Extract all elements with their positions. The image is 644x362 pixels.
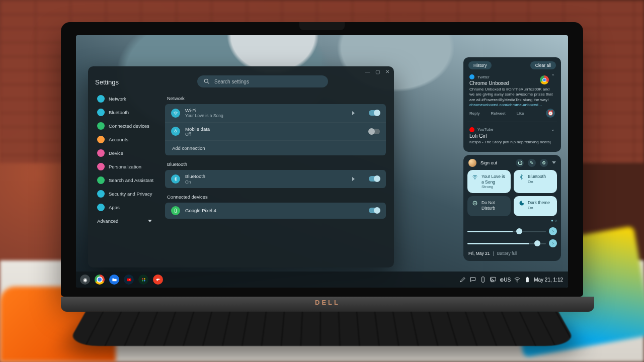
bluetooth-row-icon — [171, 174, 180, 184]
svg-rect-15 — [526, 278, 529, 282]
brightness-expand-icon[interactable]: › — [549, 227, 557, 235]
sidebar-advanced[interactable]: Advanced — [95, 214, 161, 224]
pixel-toggle[interactable] — [369, 208, 380, 213]
sidebar-item-label: Connected devices — [109, 123, 149, 129]
svg-line-1 — [208, 82, 209, 84]
app4-icon[interactable] — [138, 275, 148, 285]
bt-title: Bluetooth — [185, 173, 347, 179]
wifi-icon — [472, 174, 478, 180]
sidebar-item-connected-devices[interactable]: Connected devices — [95, 119, 161, 133]
moon-icon — [518, 200, 524, 206]
stadia-app-icon[interactable] — [153, 275, 163, 285]
window-close-button[interactable]: ✕ — [385, 69, 390, 74]
row-wifi[interactable]: Wi-Fi Your Love is a Song — [165, 104, 386, 123]
laptop: — ▢ ✕ Settings Network Bluetooth — [61, 22, 583, 362]
notif-action-reply[interactable]: Reply — [469, 111, 479, 116]
mobile-data-icon — [171, 127, 180, 136]
chevron-right-icon — [352, 177, 355, 181]
qs-battery: Battery full — [497, 251, 517, 256]
sidebar-item-label: Apps — [109, 205, 120, 210]
network-icon — [97, 95, 105, 103]
row-bluetooth[interactable]: Bluetooth On — [165, 170, 386, 188]
status-tray[interactable]: ⊕US May 21, 1:12 — [459, 276, 563, 283]
sidebar-item-personalization[interactable]: Personalization — [95, 160, 161, 173]
sidebar-item-network[interactable]: Network — [95, 92, 161, 106]
wifi-toggle[interactable] — [369, 110, 380, 116]
notif-action-retweet[interactable]: Retweet — [491, 111, 505, 116]
search-icon — [203, 78, 210, 85]
power-button[interactable]: ⏻ — [516, 159, 524, 167]
search-placeholder: Search settings — [214, 79, 249, 84]
notif-link[interactable]: chromeunboxed.com/chrome-unboxed… — [469, 103, 555, 108]
row-pixel4[interactable]: Google Pixel 4 — [165, 203, 386, 219]
twitter-icon — [469, 74, 474, 79]
launcher-button[interactable]: ◉ — [80, 275, 90, 285]
qs-tile-dnd[interactable]: Do Not Disturb — [467, 196, 511, 216]
sidebar-item-accounts[interactable]: Accounts — [95, 133, 161, 146]
sidebar-item-label: Bluetooth — [109, 110, 129, 115]
sign-out-button[interactable]: Sign out — [480, 160, 512, 165]
svg-point-9 — [143, 278, 145, 280]
cast-icon — [490, 276, 497, 283]
notif-source: Twitter — [477, 75, 490, 79]
collapse-icon[interactable]: ⌃ — [551, 73, 555, 79]
lock-button[interactable]: ✎ — [528, 159, 536, 167]
qs-tile-dark[interactable]: Dark theme On — [514, 196, 557, 216]
wifi-icon — [171, 109, 180, 118]
window-maximize-button[interactable]: ▢ — [375, 69, 380, 74]
collapse-qs-icon[interactable] — [552, 161, 556, 164]
chevron-right-icon — [352, 111, 355, 115]
qs-tile-wifi[interactable]: Your Love is a Song Strong — [467, 170, 511, 193]
qs-bt-title: Bluetooth — [528, 174, 546, 179]
brightness-slider[interactable]: › — [467, 228, 557, 235]
sidebar-item-security-privacy[interactable]: Security and Privacy — [95, 187, 161, 201]
notification-twitter[interactable]: ⌃ Twitter Chrome Unboxed Chrome Unboxed … — [468, 72, 556, 119]
row-mobile-data[interactable]: Mobile data Off — [165, 123, 386, 141]
files-app-icon[interactable] — [109, 275, 119, 285]
settings-search[interactable]: Search settings — [197, 75, 328, 87]
qs-dark-title: Dark theme — [528, 200, 550, 206]
bluetooth-toggle[interactable] — [369, 176, 380, 182]
sidebar-item-search-assistant[interactable]: Search and Assistant — [95, 173, 161, 187]
notif-action-like[interactable]: Like — [517, 111, 524, 116]
device-icon — [97, 149, 105, 157]
notif-body: Kespa - The Story [lofi hip hop/relaxing… — [469, 140, 555, 145]
security-icon — [97, 190, 105, 198]
qs-page-indicator: ● ○ — [467, 218, 557, 223]
settings-gear-button[interactable]: ⚙ — [540, 159, 548, 167]
mobile-sub: Off — [185, 132, 364, 137]
bluetooth-icon — [97, 109, 105, 116]
svg-point-11 — [143, 280, 145, 281]
qs-tile-bluetooth[interactable]: Bluetooth On — [514, 170, 557, 193]
settings-title: Settings — [95, 78, 161, 86]
sidebar-item-device[interactable]: Device — [95, 146, 161, 160]
sidebar-item-label: Device — [109, 150, 123, 156]
apps-icon — [97, 204, 105, 211]
qs-dnd-title: Do Not Disturb — [481, 200, 506, 211]
chat-icon — [469, 276, 476, 283]
qs-wifi-sub: Strong — [481, 185, 506, 189]
notification-youtube[interactable]: ⌃ YouTube Lofi Girl Kespa - The Story [l… — [468, 125, 556, 148]
volume-slider[interactable]: › — [467, 240, 557, 247]
bluetooth-icon — [518, 174, 524, 180]
notif-title: Lofi Girl — [469, 133, 555, 139]
row-add-connection[interactable]: Add connection — [165, 141, 386, 155]
bluetooth-card: Bluetooth On — [165, 170, 386, 188]
section-connected-head: Connected devices — [167, 194, 386, 200]
sidebar-item-apps[interactable]: Apps — [95, 201, 161, 214]
alarm-icon[interactable]: ⏰ — [546, 109, 555, 118]
sidebar-item-bluetooth[interactable]: Bluetooth — [95, 106, 161, 119]
youtube-app-icon[interactable] — [124, 275, 134, 285]
expand-icon[interactable]: ⌃ — [551, 126, 555, 132]
user-avatar[interactable] — [468, 159, 476, 167]
sidebar-item-label: Security and Privacy — [109, 191, 152, 197]
personalization-icon — [97, 163, 105, 170]
chrome-app-icon[interactable] — [95, 275, 105, 285]
history-button[interactable]: History — [468, 61, 492, 69]
volume-expand-icon[interactable]: › — [549, 239, 557, 247]
notifications-card: History Clear all ⌃ Twitter Chrome Unbox… — [463, 57, 561, 152]
window-minimize-button[interactable]: — — [365, 69, 370, 74]
sidebar-item-label: Accounts — [109, 137, 128, 142]
clear-all-button[interactable]: Clear all — [530, 61, 556, 69]
mobile-data-toggle[interactable] — [369, 129, 380, 134]
